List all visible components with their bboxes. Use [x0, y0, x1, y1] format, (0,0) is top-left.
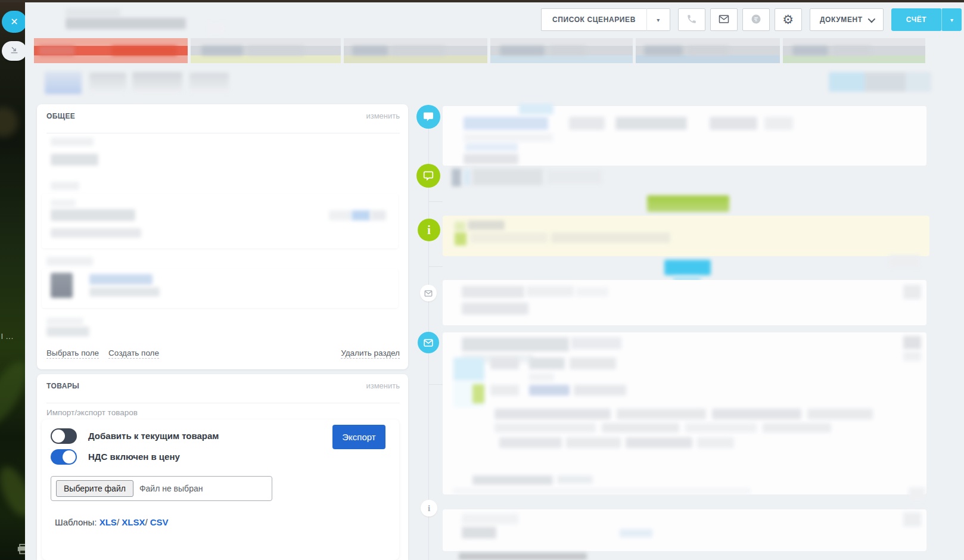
section-products: ТОВАРЫ изменить Импорт/экспорт товаров Д…	[37, 374, 408, 560]
phone-icon	[686, 14, 697, 26]
redacted-tab[interactable]	[132, 72, 182, 94]
redacted-footer-bar	[459, 553, 587, 560]
template-csv-link[interactable]: CSV	[150, 517, 169, 527]
redacted-timestamp	[903, 336, 921, 349]
redacted-green-button[interactable]	[647, 195, 729, 212]
top-edge	[0, 0, 964, 2]
import-export-box: Добавить к текущим товарам Экспорт НДС в…	[42, 419, 399, 560]
timeline-card-notification[interactable]	[443, 216, 929, 256]
redacted-comment	[472, 169, 543, 185]
redacted-timestamp	[909, 487, 925, 500]
templates-line: Шаблоны: XLS/ XLSX/ CSV	[55, 517, 169, 527]
scenario-list-group: СПИСОК СЦЕНАРИЕВ ▾	[541, 8, 670, 31]
pipeline-stage[interactable]	[191, 38, 341, 63]
redacted-field-label	[46, 318, 83, 325]
redacted-deal-label	[66, 8, 120, 17]
info-glyph: i	[428, 504, 430, 513]
separator: /	[145, 517, 147, 527]
invoice-dropdown[interactable]: ▾	[941, 8, 962, 31]
screen: l ... ✕ СПИСОК СЦЕНАРИЕВ	[0, 0, 964, 560]
choose-file-button[interactable]: Выберите файл	[56, 480, 133, 497]
timeline-card-activity[interactable]	[443, 106, 926, 166]
scenario-list-label: СПИСОК СЦЕНАРИЕВ	[552, 15, 636, 24]
redacted-contact-row	[42, 269, 398, 308]
desktop-background: l ...	[0, 0, 25, 560]
desktop-taskbar-text: l ...	[1, 332, 14, 341]
scenario-list-dropdown[interactable]: ▾	[646, 8, 670, 31]
timeline-card-email-detail[interactable]	[443, 332, 926, 494]
products-edit-link[interactable]: изменить	[366, 381, 400, 390]
section-general: ОБЩЕЕ изменить Выбрать поле Создать поле	[37, 104, 408, 369]
topbar-actions: СПИСОК СЦЕНАРИЕВ ▾	[541, 8, 962, 31]
mail-icon	[719, 14, 729, 26]
general-section-title: ОБЩЕЕ	[46, 112, 75, 120]
file-status-text: Файл не выбран	[139, 484, 203, 493]
scenario-list-button[interactable]: СПИСОК СЦЕНАРИЕВ	[541, 8, 646, 31]
phone-button[interactable]	[678, 8, 705, 31]
invoice-label: СЧЁТ	[906, 15, 927, 24]
timeline-mail-icon[interactable]	[418, 332, 439, 353]
create-field-link[interactable]: Создать поле	[108, 349, 159, 359]
pipeline-stage[interactable]	[636, 38, 780, 63]
select-field-link[interactable]: Выбрать поле	[46, 349, 99, 359]
timeline-card-info[interactable]	[443, 509, 926, 551]
timeline-info-icon[interactable]: i	[418, 219, 440, 241]
timeline-tick	[428, 266, 443, 267]
invoice-group: СЧЁТ ▾	[891, 8, 962, 31]
redacted-timestamp	[903, 285, 921, 299]
general-edit-link[interactable]: изменить	[366, 111, 400, 120]
choose-file-label: Выберите файл	[64, 484, 126, 493]
chevron-down-icon	[867, 15, 875, 23]
timeline-card-mail[interactable]	[443, 280, 926, 325]
collapse-arrow-icon	[10, 45, 19, 57]
import-export-label: Импорт/экспорт товаров	[46, 408, 138, 417]
pipeline-stage[interactable]	[783, 38, 925, 63]
redacted-field-label	[46, 257, 93, 266]
pipeline-stage[interactable]	[344, 38, 487, 63]
dropdown-arrow-icon: ▾	[657, 17, 660, 23]
redacted-field-value	[51, 154, 98, 166]
redacted-field-label	[51, 138, 94, 146]
timeline-chat-icon[interactable]	[416, 105, 440, 129]
redacted-comment-avatar	[452, 169, 461, 186]
redacted-deal-tail	[207, 23, 225, 35]
pipeline-stage-active[interactable]	[34, 38, 188, 63]
settings-button[interactable]: ⚙	[775, 8, 802, 31]
redacted-field-group	[42, 194, 398, 248]
slider-collapse-button[interactable]	[2, 41, 27, 61]
divider	[46, 133, 400, 133]
template-xlsx-link[interactable]: XLSX	[122, 517, 145, 527]
timeline-info-secondary-icon[interactable]: i	[421, 500, 437, 517]
redacted-tab[interactable]	[89, 73, 126, 93]
redacted-timeline-filter[interactable]	[829, 72, 931, 92]
redacted-tab-active[interactable]	[45, 71, 82, 94]
dropdown-arrow-icon: ▾	[950, 17, 954, 23]
export-button[interactable]: Экспорт	[332, 425, 385, 449]
marketplace-button[interactable]	[742, 8, 770, 31]
redacted-comment	[463, 170, 471, 185]
products-section-title: ТОВАРЫ	[46, 382, 79, 390]
toggle-add-to-current[interactable]	[51, 428, 77, 444]
email-button[interactable]	[710, 8, 738, 31]
file-input[interactable]: Выберите файл Файл не выбран	[51, 476, 272, 501]
divider	[46, 403, 400, 403]
slider-close-button[interactable]: ✕	[2, 11, 27, 33]
toggle-vat-included[interactable]	[51, 449, 77, 465]
invoice-button[interactable]: СЧЁТ	[891, 8, 942, 31]
templates-label: Шаблоны:	[55, 517, 97, 527]
redacted-field-label	[51, 182, 79, 190]
timeline-comment-icon[interactable]	[416, 164, 440, 188]
timeline-tick	[428, 201, 443, 202]
pipeline-stage[interactable]	[490, 38, 633, 63]
gear-icon: ⚙	[782, 13, 794, 27]
document-button[interactable]: ДОКУМЕНТ	[810, 8, 884, 31]
document-label: ДОКУМЕНТ	[820, 15, 863, 24]
redacted-timestamp	[889, 255, 920, 268]
timeline-mail-read-icon[interactable]	[420, 285, 437, 301]
redacted-tab[interactable]	[189, 73, 229, 93]
delete-section-link[interactable]: Удалить раздел	[341, 349, 400, 359]
close-icon: ✕	[10, 16, 18, 27]
redacted-cyan-button[interactable]	[664, 260, 711, 275]
toggle-add-label: Добавить к текущим товарам	[88, 431, 219, 441]
template-xls-link[interactable]: XLS	[99, 517, 117, 527]
